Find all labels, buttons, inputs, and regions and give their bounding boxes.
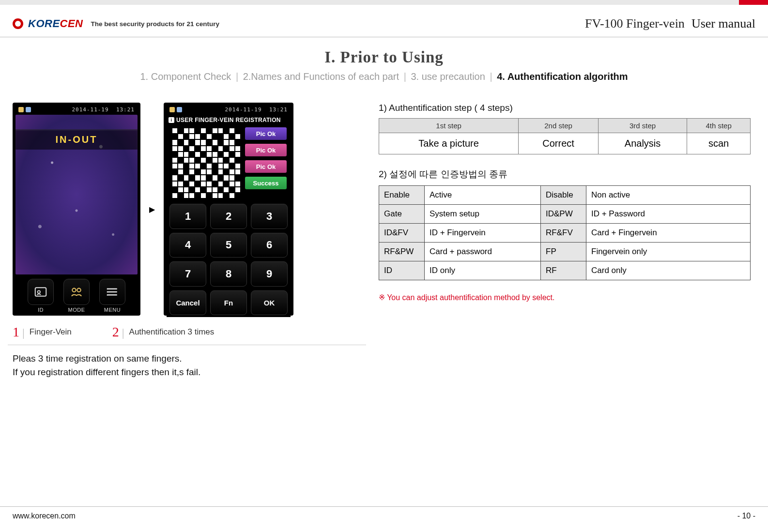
registration-title: USER FINGER-VEIN REGISTRATION (176, 117, 281, 123)
left-divider (8, 345, 366, 345)
steps-th-2: 2nd step (519, 119, 599, 133)
note-text: Pleas 3 time registration on same finger… (13, 352, 361, 379)
note-line-1: Pleas 3 time registration on same finger… (13, 352, 361, 365)
key-6[interactable]: 6 (251, 233, 288, 258)
steps-td-4: scan (687, 133, 751, 154)
crumb-3: 3. use precaution (411, 71, 485, 82)
bb-menu[interactable]: MENU (96, 279, 128, 313)
footer: www.korecen.com - 10 - (13, 512, 755, 520)
phone2-screen: Pic Ok Pic Ok Pic Ok Success 1 2 3 4 5 6 (167, 125, 291, 317)
footer-divider (0, 506, 768, 507)
warning-text: ※ You can adjust authentification method… (379, 293, 751, 302)
key-5[interactable]: 5 (210, 233, 247, 258)
steps-td-3: Analysis (598, 133, 687, 154)
table-row: ID ID only RF Card only (379, 261, 751, 280)
arrow-right-icon: ▶ (144, 205, 160, 214)
steps-td-1: Take a picture (379, 133, 519, 154)
brand-tagline: The best security products for 21 centur… (91, 20, 220, 28)
steps-table: 1st step 2nd step 3rd step 4th step Take… (379, 118, 751, 154)
phone2-time: 13:21 (269, 106, 288, 113)
pill-picok-3: Pic Ok (245, 160, 287, 173)
topbar-stripe (0, 0, 768, 5)
bell-icon (169, 107, 175, 112)
inout-band: IN-OUT (15, 129, 138, 150)
defs-k1: Enable (379, 186, 425, 205)
captions: 1| Finger-Vein 2| Authentification 3 tim… (13, 324, 361, 340)
doc-type: User manual (691, 16, 755, 31)
key-2[interactable]: 2 (210, 204, 247, 229)
keypad: 1 2 3 4 5 6 7 8 9 Cancel Fn OK (169, 204, 288, 315)
steps-td-2: Correct (519, 133, 599, 154)
section-2-title: 2) 설정에 따른 인증방법의 종류 (379, 168, 751, 181)
key-3[interactable]: 3 (251, 204, 288, 229)
status-pills: Pic Ok Pic Ok Pic Ok Success (245, 127, 287, 189)
phone-mock-registration: 2014-11-19 13:21 i USER FINGER-VEIN REGI… (164, 103, 293, 316)
phone1-statusbar: 2014-11-19 13:21 (15, 106, 138, 115)
crumb-sep: | (402, 71, 408, 82)
phone1-bottombar: ID MODE MENU (15, 275, 138, 313)
defs-k2: Disable (541, 186, 586, 205)
bb-mode[interactable]: MODE (61, 279, 92, 313)
steps-th-1: 1st step (379, 119, 519, 133)
hand-icon (177, 107, 182, 112)
svg-point-5 (107, 291, 108, 293)
table-row: RF&PW Card + password FP Fingervein only (379, 243, 751, 261)
brand-logo-part1: KORE (28, 17, 60, 30)
mode-icon (63, 279, 90, 305)
defs-table: Enable Active Disable Non active Gate Sy… (379, 185, 751, 280)
id-icon (28, 279, 54, 305)
phone2-date: 2014-11-19 (225, 106, 261, 113)
crumb-sep: | (234, 71, 240, 82)
key-ok[interactable]: OK (251, 290, 288, 316)
phone2-statusbar: 2014-11-19 13:21 (167, 106, 291, 115)
fingervein-pattern (169, 125, 243, 201)
table-row: Gate System setup ID&PW ID + Password (379, 205, 751, 224)
menu-icon (99, 279, 125, 305)
svg-point-3 (77, 289, 81, 292)
right-column: 1) Authentification step ( 4 steps) 1st … (379, 103, 755, 379)
phone1-screen: IN-OUT (15, 115, 138, 274)
bb-id[interactable]: ID (25, 279, 57, 313)
bb-id-label: ID (25, 307, 57, 313)
table-row: Enable Active Disable Non active (379, 186, 751, 205)
defs-v2: Non active (586, 186, 751, 205)
brand-logo: KORECEN (28, 17, 83, 30)
svg-point-6 (107, 294, 108, 296)
registration-header: i USER FINGER-VEIN REGISTRATION (167, 115, 291, 125)
breadcrumb: 1. Component Check | 2.Names and Functio… (13, 71, 755, 82)
key-7[interactable]: 7 (169, 261, 206, 287)
header: KORECEN The best security products for 2… (13, 0, 755, 36)
pill-picok-1: Pic Ok (245, 127, 287, 140)
bell-icon (18, 107, 24, 112)
key-cancel[interactable]: Cancel (169, 290, 206, 316)
crumb-sep: | (488, 71, 494, 82)
caption-1-text: Finger-Vein (30, 327, 72, 337)
header-right: FV-100 Finger-vein User manual (585, 16, 755, 31)
header-divider (0, 37, 768, 37)
caption-2: 2| Authentification 3 times (112, 324, 215, 340)
steps-th-4: 4th step (687, 119, 751, 133)
info-icon: i (169, 117, 174, 123)
brand-mark-icon (13, 18, 23, 29)
brand-logo-part2: CEN (60, 17, 83, 30)
svg-point-1 (38, 290, 41, 293)
key-4[interactable]: 4 (169, 233, 206, 258)
footer-page: - 10 - (737, 512, 755, 520)
key-8[interactable]: 8 (210, 261, 247, 287)
crumb-2: 2.Names and Functions of each part (243, 71, 399, 82)
svg-point-2 (72, 289, 76, 292)
bb-mode-label: MODE (61, 307, 92, 313)
key-fn[interactable]: Fn (210, 290, 247, 316)
defs-v1: Active (425, 186, 541, 205)
phone1-time: 13:21 (116, 106, 135, 113)
pill-picok-2: Pic Ok (245, 144, 287, 156)
crumb-1: 1. Component Check (140, 71, 231, 82)
table-row: ID&FV ID + Fingervein RF&FV Card + Finge… (379, 224, 751, 243)
svg-point-4 (107, 288, 108, 289)
caption-1-num: 1| (13, 324, 25, 340)
brand: KORECEN The best security products for 2… (13, 17, 219, 30)
key-1[interactable]: 1 (169, 204, 206, 229)
note-line-2: If you registration different fingers th… (13, 365, 361, 379)
key-9[interactable]: 9 (251, 261, 288, 287)
footer-url: www.korecen.com (13, 512, 76, 520)
